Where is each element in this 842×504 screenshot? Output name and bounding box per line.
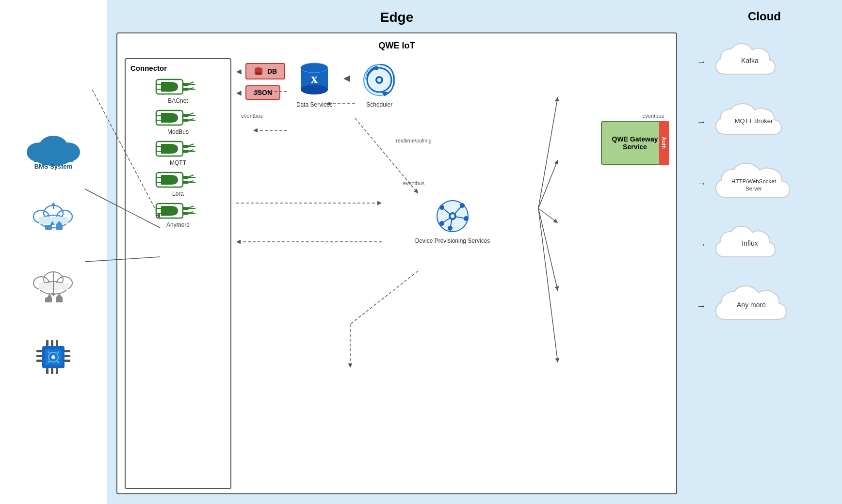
svg-rect-67	[183, 150, 189, 153]
cloud-item-influx: → Influx	[696, 220, 789, 268]
svg-point-42	[51, 355, 55, 359]
svg-line-59	[189, 113, 194, 115]
network-device-2	[32, 268, 75, 306]
json-box: JSON	[245, 85, 280, 100]
http-websocket-arrow: →	[696, 178, 706, 189]
mid-arrows: ◀	[343, 73, 350, 83]
svg-rect-38	[46, 368, 49, 374]
cloud-items: → Kafka → MQTT Broker	[696, 38, 832, 331]
data-services-label: Data Services	[296, 101, 333, 108]
cloud-item-http-websocket: → HTTP/WebSocket Server	[696, 158, 808, 208]
svg-rect-32	[65, 350, 70, 352]
chip-device	[32, 335, 75, 379]
svg-point-44	[57, 351, 59, 353]
svg-rect-58	[183, 119, 189, 122]
connector-item-anymore: Anymore	[130, 201, 226, 228]
svg-rect-25	[56, 298, 63, 302]
svg-rect-48	[183, 83, 189, 86]
cloud-item-mqtt-broker: → MQTT Broker	[696, 98, 796, 146]
json-label: JSON	[254, 89, 272, 96]
svg-rect-23	[45, 298, 52, 302]
qwe-iot-title: QWE IoT	[125, 41, 669, 51]
svg-rect-66	[183, 145, 189, 148]
svg-rect-12	[45, 225, 52, 230]
svg-rect-57	[183, 114, 189, 117]
http-websocket-cloud: HTTP/WebSocket Server	[711, 158, 808, 208]
anymore-arrow: →	[696, 300, 706, 312]
kafka-cloud: Kafka	[711, 38, 789, 86]
connector-label-lora: Lora	[172, 190, 184, 197]
bms-label: BMS System	[34, 163, 73, 170]
db-box: DB	[245, 63, 285, 79]
svg-rect-35	[46, 340, 49, 346]
cloud-item-anymore: → Any more	[696, 281, 796, 331]
gateway-container: QWE Gateway Service Auth	[601, 121, 669, 165]
json-row: ◀ JSON	[236, 85, 285, 100]
realtime-polling-label: realtime/polling	[396, 138, 432, 143]
eventbus-label-right: eventbus	[642, 113, 664, 119]
qwe-iot-inner: Connector	[125, 58, 669, 489]
svg-rect-40	[56, 368, 58, 374]
device-provisioning-label: Device Provisioning Services	[415, 237, 490, 244]
mqtt-broker-cloud: MQTT Broker	[711, 98, 796, 146]
connector-label-anymore: Anymore	[166, 221, 190, 228]
connector-label-modbus: ModBus	[167, 128, 189, 135]
scheduler: Scheduler	[360, 61, 399, 108]
svg-point-43	[48, 351, 49, 353]
svg-point-117	[451, 214, 454, 218]
anymore-cloud: Any more	[711, 281, 796, 331]
svg-marker-22	[51, 293, 56, 297]
svg-point-45	[48, 361, 49, 363]
connector-title: Connector	[130, 64, 226, 72]
svg-text:Influx: Influx	[742, 239, 758, 247]
svg-text:Kafka: Kafka	[741, 57, 759, 64]
svg-point-112	[464, 216, 469, 221]
influx-cloud: Influx	[711, 220, 789, 268]
connector-label-mqtt: MQTT	[170, 159, 186, 166]
svg-text:Any more: Any more	[737, 301, 766, 309]
connector-label-bacnet: BACnet	[168, 97, 188, 104]
svg-point-94	[255, 72, 262, 75]
svg-point-103	[377, 78, 381, 82]
mqtt-broker-arrow: →	[696, 116, 706, 127]
svg-point-110	[460, 203, 465, 208]
svg-rect-84	[183, 207, 189, 210]
svg-rect-34	[65, 360, 70, 362]
gateway-box: QWE Gateway Service	[601, 121, 669, 165]
svg-rect-37	[56, 340, 58, 346]
network-device-1	[32, 200, 75, 238]
svg-point-116	[439, 221, 444, 226]
db-arrow: ◀	[236, 67, 242, 75]
svg-line-86	[189, 206, 194, 208]
svg-rect-85	[183, 212, 189, 215]
svg-rect-29	[36, 350, 42, 352]
svg-rect-30	[36, 355, 42, 357]
json-arrow: ◀	[236, 89, 242, 96]
svg-line-77	[189, 175, 194, 177]
svg-rect-76	[183, 181, 189, 184]
svg-point-97	[301, 85, 328, 94]
influx-arrow: →	[696, 239, 706, 250]
connector-item-mqtt: MQTT	[130, 139, 226, 166]
cloud-title: Cloud	[696, 10, 832, 23]
edge-panel: Edge QWE IoT Connector	[107, 0, 687, 504]
eventbus-label-left: eventbus	[241, 113, 263, 119]
db-label: DB	[267, 67, 277, 75]
svg-line-50	[189, 82, 194, 84]
auth-tab: Auth	[659, 121, 669, 165]
svg-rect-14	[56, 225, 63, 230]
connector-box: Connector	[125, 58, 231, 489]
cloud-item-kafka: → Kafka	[696, 38, 789, 86]
svg-text:HTTP/WebSocket: HTTP/WebSocket	[731, 178, 777, 184]
svg-rect-33	[65, 355, 70, 357]
qwe-iot-box: QWE IoT Connector	[116, 32, 677, 494]
connector-item-bacnet: BACnet	[130, 77, 226, 104]
qwe-middle-section: ◀ DB	[236, 58, 669, 489]
gateway-label: QWE Gateway Service	[607, 135, 663, 151]
svg-text:Server: Server	[745, 186, 762, 191]
svg-rect-4	[34, 152, 73, 162]
left-panel: BMS System	[0, 0, 107, 504]
kafka-arrow: →	[696, 56, 706, 67]
svg-rect-31	[36, 360, 42, 362]
svg-text:MQTT Broker: MQTT Broker	[735, 117, 773, 125]
